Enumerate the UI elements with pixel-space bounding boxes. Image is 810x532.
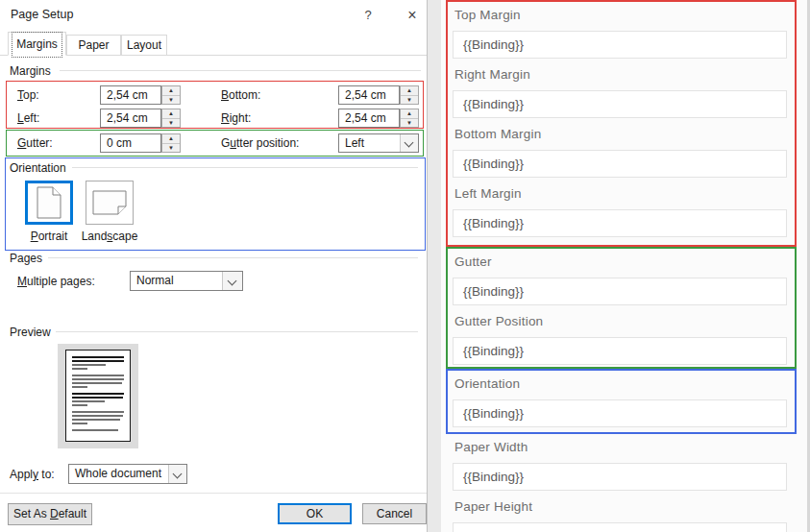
cancel-button[interactable]: Cancel <box>362 503 427 524</box>
preview-text-line <box>72 356 124 358</box>
left-margin-binding-input[interactable]: {{Binding}} <box>453 209 787 237</box>
spin-down-icon[interactable]: ▼ <box>162 118 180 128</box>
left-margin-input[interactable]: 2,54 cm <box>100 109 161 128</box>
preview-text-line <box>72 419 120 421</box>
preview-text-line <box>72 423 87 424</box>
chevron-down-icon <box>405 138 414 148</box>
close-icon[interactable]: × <box>398 4 427 27</box>
preview-text-line <box>72 386 87 388</box>
right-margin-spinner[interactable]: ▲▼ <box>400 109 419 128</box>
dropdown-button[interactable] <box>400 134 418 152</box>
paper-width-field-label: Paper Width <box>454 440 787 454</box>
top-label: Top: <box>17 88 39 102</box>
chevron-down-icon <box>228 277 237 286</box>
gutter-position-value: Left <box>345 134 364 152</box>
pages-group-label: Pages <box>10 252 42 265</box>
orientation-field-label: Orientation <box>454 376 787 391</box>
orientation-binding-input[interactable]: {{Binding}} <box>453 399 787 427</box>
preview-text-line <box>72 364 106 366</box>
dropdown-button[interactable] <box>168 465 186 483</box>
set-as-default-button[interactable]: Set As Default <box>8 503 92 525</box>
gutter-position-binding-input[interactable]: {{Binding}} <box>453 337 787 365</box>
preview-text-line <box>72 429 118 431</box>
tab-paper-label: Paper <box>78 38 109 52</box>
apply-to-dropdown[interactable]: Whole document <box>68 464 187 484</box>
multiple-pages-dropdown[interactable]: Normal <box>130 271 243 291</box>
help-icon[interactable]: ? <box>354 4 382 27</box>
spin-up-icon[interactable]: ▲ <box>162 86 180 95</box>
paper-width-binding-input[interactable]: {{Binding}} <box>453 463 787 491</box>
left-label: Left: <box>17 111 39 125</box>
spin-down-icon[interactable]: ▼ <box>401 95 418 105</box>
tab-layout-label: Layout <box>127 38 161 52</box>
gutter-field-label: Gutter <box>454 254 787 269</box>
right-margin-binding-input[interactable]: {{Binding}} <box>453 90 787 118</box>
gutter-label: Gutter: <box>17 136 53 150</box>
bottom-label: Bottom: <box>221 88 260 102</box>
top-margin-field-label: Top Margin <box>454 8 787 22</box>
gutter-spinner[interactable]: ▲▼ <box>161 133 181 153</box>
spin-up-icon[interactable]: ▲ <box>162 134 180 143</box>
preview-text-line <box>72 404 87 406</box>
paper-height-field-label: Paper Height <box>454 499 787 514</box>
spin-up-icon[interactable]: ▲ <box>401 86 418 95</box>
dropdown-button[interactable] <box>222 272 242 290</box>
paper-height-binding-input[interactable]: {{Binding}} <box>453 522 787 532</box>
tab-layout[interactable]: Layout <box>121 35 167 56</box>
bottom-margin-input[interactable]: 2,54 cm <box>338 85 400 105</box>
gutter-input[interactable]: 0 cm <box>100 133 161 153</box>
gutter-binding-input[interactable]: {{Binding}} <box>453 278 787 305</box>
spin-down-icon[interactable]: ▼ <box>401 118 418 128</box>
bottom-margin-binding-input[interactable]: {{Binding}} <box>453 150 787 178</box>
top-margin-input[interactable]: 2,54 cm <box>100 85 161 105</box>
top-margin-spinner[interactable]: ▲▼ <box>161 85 181 105</box>
preview-text-line <box>72 393 124 395</box>
bottom-margin-spinner[interactable]: ▲▼ <box>400 85 419 105</box>
tab-margins[interactable]: Margins <box>8 32 66 56</box>
page-setup-dialog: Page Setup ? × Margins Paper Layout Marg… <box>0 0 428 532</box>
portrait-label: Portrait <box>25 230 73 243</box>
preview-group-label: Preview <box>10 326 51 339</box>
margins-group-line <box>60 70 421 71</box>
spin-down-icon[interactable]: ▼ <box>162 143 180 153</box>
preview-text-line <box>72 368 87 370</box>
right-label: Right: <box>221 111 251 125</box>
apply-to-label: Apply to: <box>10 468 55 481</box>
portrait-option[interactable] <box>25 181 73 225</box>
spin-up-icon[interactable]: ▲ <box>401 109 418 118</box>
portrait-page-icon <box>37 186 61 219</box>
gutter-position-field-label: Gutter Position <box>454 314 787 328</box>
preview-text-line <box>72 415 123 417</box>
spin-down-icon[interactable]: ▼ <box>162 95 180 105</box>
left-margin-field-label: Left Margin <box>454 186 787 201</box>
landscape-page-icon <box>92 190 127 215</box>
orientation-group-line <box>72 167 418 168</box>
preview-area <box>58 344 138 448</box>
landscape-option[interactable] <box>86 181 134 225</box>
panel-section-orientation: Orientation {{Binding}} <box>446 369 797 434</box>
ok-button[interactable]: OK <box>278 503 352 524</box>
preview-text-line <box>72 382 122 384</box>
preview-text-line <box>72 375 124 376</box>
panel-section-margins: Top Margin {{Binding}} Right Margin {{Bi… <box>446 0 797 247</box>
panel-section-paper: Paper Width {{Binding}} Paper Height {{B… <box>446 434 797 532</box>
chevron-down-icon <box>173 470 183 479</box>
top-margin-binding-input[interactable]: {{Binding}} <box>453 31 787 59</box>
spin-up-icon[interactable]: ▲ <box>162 109 180 118</box>
apply-to-value: Whole document <box>75 465 161 482</box>
preview-page <box>65 350 131 442</box>
preview-lines <box>72 356 130 431</box>
tab-paper[interactable]: Paper <box>66 35 121 56</box>
gutter-position-label: Gutter position: <box>221 136 299 150</box>
gutter-position-dropdown[interactable]: Left <box>338 133 419 153</box>
right-margin-input[interactable]: 2,54 cm <box>338 109 400 128</box>
left-margin-spinner[interactable]: ▲▼ <box>161 109 181 128</box>
preview-text-line <box>72 378 124 380</box>
preview-group-line <box>56 331 418 332</box>
preview-text-line <box>72 360 124 362</box>
preview-text-line <box>72 397 123 399</box>
multiple-pages-value: Normal <box>136 272 174 289</box>
preview-text-line <box>72 411 124 413</box>
footer-divider <box>0 493 427 494</box>
multiple-pages-label: Multiple pages: <box>17 275 95 288</box>
